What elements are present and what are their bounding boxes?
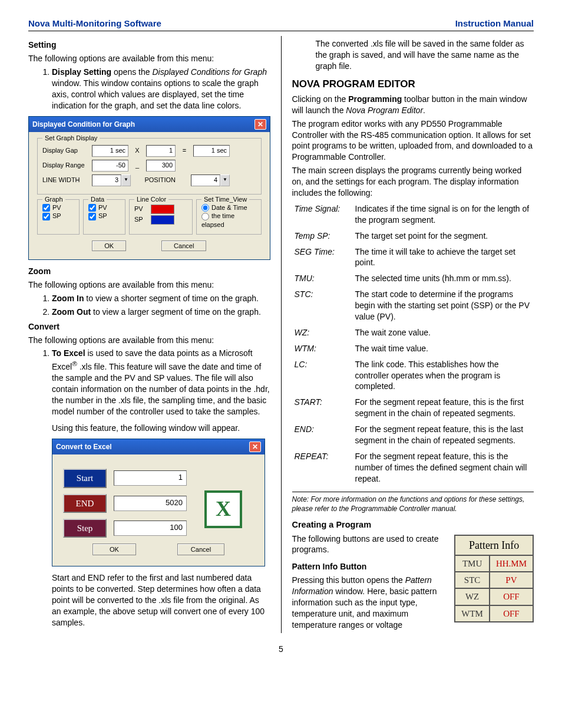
excel-icon: X	[204, 490, 242, 528]
input-range-high[interactable]: 300	[146, 160, 176, 172]
table-row: LC:The link code. This establishes how t…	[292, 357, 534, 395]
legend-set-graph-display: Set Graph Display	[42, 134, 100, 143]
dialog2-title: Convert to Excel	[56, 442, 112, 452]
heading-zoom: Zoom	[28, 266, 270, 277]
table-row: TMUHH.MM	[455, 555, 533, 572]
pattern-info-table: Pattern Info TMUHH.MMSTCPVWZOFFWTMOFF	[454, 535, 534, 622]
cancel-button[interactable]: Cancel	[161, 241, 206, 251]
header-left: Nova Multi-Monitoring Software	[28, 18, 161, 29]
close-icon[interactable]: ✕	[249, 442, 261, 452]
input-gap-result: 1 sec	[193, 145, 230, 157]
page-header: Nova Multi-Monitoring Software Instructi…	[28, 18, 534, 31]
table-row: STC:The start code to determine if the p…	[292, 286, 534, 325]
table-row: WZOFF	[455, 588, 533, 605]
dialog1-title: Displayed Condition for Graph	[32, 120, 135, 129]
input-end[interactable]: 5020	[114, 496, 187, 511]
chevron-down-icon[interactable]: ▼	[220, 174, 230, 186]
input-position[interactable]: 4	[191, 174, 220, 186]
table-row: START:For the segment repeat feature, th…	[292, 394, 534, 421]
table-row: WTM:The wait time value.	[292, 341, 534, 357]
convert-tail: Start and END refer to the first and las…	[52, 572, 270, 628]
step-button[interactable]: Step	[63, 519, 107, 538]
editor-p3: The main screen displays the programs cu…	[292, 165, 534, 199]
table-row: END:For the segment repeat feature, this…	[292, 421, 534, 449]
table-row: STCPV	[455, 572, 533, 588]
input-gap-1[interactable]: 1 sec	[92, 145, 128, 157]
zoom-intro: The following options are available from…	[28, 279, 270, 291]
label-position: POSITION	[140, 176, 176, 185]
convert-item-1: To Excel is used to save the data points…	[52, 348, 270, 434]
check-data-sp[interactable]: SP	[88, 212, 107, 219]
heading-setting: Setting	[28, 39, 270, 51]
label-display-range: Display Range	[42, 161, 88, 170]
convert-intro: The following options are available from…	[28, 335, 270, 346]
note: Note: For more information on the functi…	[292, 492, 534, 513]
label-display-gap: Display Gap	[42, 146, 88, 155]
setting-intro: The following options are available from…	[28, 53, 270, 64]
heading-convert: Convert	[28, 321, 270, 332]
close-icon[interactable]: ✕	[254, 119, 266, 130]
dialog-display-conditions: Displayed Condition for Graph ✕ Set Grap…	[28, 116, 270, 261]
table-row: WTMOFF	[455, 605, 533, 622]
table-row: REPEAT:For the segment repeat feature, t…	[292, 449, 534, 487]
zoom-item-1: Zoom In to view a shorter segment of tim…	[52, 293, 270, 304]
input-range-low[interactable]: -50	[92, 160, 128, 172]
legend-set-time-view: Set Time_View	[201, 195, 249, 204]
check-graph-pv[interactable]: PV	[42, 204, 61, 211]
editor-p2: The program editor works with any PD550 …	[292, 118, 534, 163]
check-graph-sp[interactable]: SP	[42, 212, 61, 219]
legend-graph: Graph	[42, 195, 65, 204]
input-gap-mult[interactable]: 1	[146, 145, 176, 157]
end-button[interactable]: END	[63, 494, 107, 513]
table-row: Time Signal:Indicates if the time signal…	[292, 201, 534, 228]
editor-p1: Clicking on the Programming toolbar butt…	[292, 94, 534, 116]
right-top-para: The converted .xls file will be saved in…	[316, 38, 534, 72]
radio-date-time[interactable]: Date & Time	[201, 204, 247, 211]
heading-program-editor: NOVA PROGRAM EDITOR	[292, 78, 534, 91]
input-start[interactable]: 1	[114, 470, 187, 486]
table-row: WZ:The wait zone value.	[292, 325, 534, 341]
zoom-item-2: Zoom Out to view a larger segment of tim…	[52, 307, 270, 318]
input-step[interactable]: 100	[114, 521, 187, 536]
chevron-down-icon[interactable]: ▼	[121, 174, 131, 186]
color-sp[interactable]	[151, 215, 174, 225]
cancel-button[interactable]: Cancel	[177, 543, 224, 555]
setting-item-1: Display Setting opens the Displayed Cond…	[52, 67, 270, 111]
color-pv[interactable]	[151, 205, 174, 214]
start-button[interactable]: Start	[63, 469, 107, 487]
dialog-convert-to-excel: Convert to Excel ✕ Start 1 END 5020 X St…	[52, 439, 265, 566]
table-row: TMU:The selected time units (hh.mm or mm…	[292, 271, 534, 286]
definitions-table: Time Signal:Indicates if the time signal…	[292, 201, 534, 487]
table-row: Temp SP:The target set point for the seg…	[292, 228, 534, 244]
page-number: 5	[28, 644, 534, 655]
heading-creating-program: Creating a Program	[292, 519, 534, 531]
radio-elapsed[interactable]: the time elapsed	[201, 212, 234, 228]
table-row: SEG Time:The time it will take to achiev…	[292, 244, 534, 271]
header-right: Instruction Manual	[455, 18, 534, 29]
input-line-width[interactable]: 3	[92, 174, 121, 186]
legend-data: Data	[88, 195, 107, 204]
legend-line-color: Line Color	[134, 195, 168, 204]
label-line-width: LINE WIDTH	[42, 176, 88, 185]
ok-button[interactable]: OK	[92, 241, 126, 251]
ok-button[interactable]: OK	[92, 543, 136, 555]
check-data-pv[interactable]: PV	[88, 204, 107, 211]
pattern-info-title[interactable]: Pattern Info	[455, 535, 533, 555]
